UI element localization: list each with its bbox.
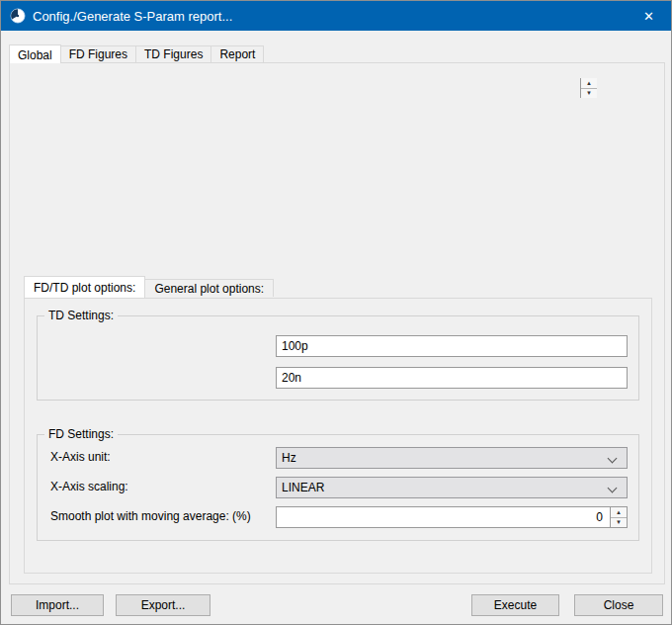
close-window-button[interactable]: ✕ — [627, 1, 671, 31]
chevron-down-icon — [608, 454, 618, 464]
export-button-label: Export... — [141, 598, 186, 612]
x-axis-scaling-value: LINEAR — [282, 481, 324, 494]
x-axis-scaling-label: X-Axis scaling: — [50, 480, 128, 494]
spin-down-icon[interactable]: ▼ — [611, 518, 627, 528]
x-axis-unit-label: X-Axis unit: — [50, 450, 111, 465]
smooth-plot-label: Smooth plot with moving average: (%) — [50, 509, 251, 524]
fd-settings-group-title: FD Settings: — [44, 427, 118, 441]
export-button[interactable]: Export... — [116, 594, 210, 616]
spin-up-icon[interactable]: ▲ — [611, 507, 627, 518]
tab-td-figures-label: TD Figures — [144, 47, 203, 61]
import-button[interactable]: Import... — [11, 594, 104, 616]
tab-td-figures[interactable]: TD Figures — [136, 45, 211, 62]
tab-fdtd-plot-options-label: FD/TD plot options: — [34, 281, 135, 295]
plot-options-tabstrip: FD/TD plot options: General plot options… — [24, 276, 274, 297]
tab-fd-figures-label: FD Figures — [69, 47, 127, 61]
default-step-rise-time-input[interactable] — [276, 335, 628, 357]
title-bar[interactable]: Config./Generate S-Param report... ✕ — [1, 1, 671, 31]
tab-fd-figures[interactable]: FD Figures — [61, 45, 136, 62]
main-tabstrip: Global FD Figures TD Figures Report — [9, 45, 264, 62]
spin-up-icon[interactable]: ▲ — [581, 78, 597, 89]
close-button[interactable]: Close — [574, 594, 663, 616]
tab-fdtd-plot-options[interactable]: FD/TD plot options: — [24, 276, 145, 298]
dialog-window: Config./Generate S-Param report... ✕ Glo… — [0, 0, 672, 625]
app-icon — [10, 8, 26, 24]
number-of-ports-spin-buttons: ▲ ▼ — [580, 78, 597, 98]
x-axis-scaling-select[interactable]: LINEAR — [276, 477, 628, 498]
smooth-plot-spin-buttons: ▲ ▼ — [610, 507, 627, 527]
tab-global[interactable]: Global — [9, 45, 61, 63]
x-axis-unit-select[interactable]: Hz — [276, 447, 628, 469]
tab-general-plot-options[interactable]: General plot options: — [145, 279, 274, 297]
td-settings-group-title: TD Settings: — [44, 309, 118, 322]
execute-button[interactable]: Execute — [471, 594, 559, 616]
smooth-plot-input[interactable] — [276, 506, 628, 528]
close-button-label: Close — [604, 598, 634, 612]
execute-button-label: Execute — [494, 598, 537, 612]
smooth-plot-spinner: ▲ ▼ — [276, 506, 628, 528]
spin-down-icon[interactable]: ▼ — [581, 89, 597, 99]
tab-global-label: Global — [18, 48, 52, 62]
tab-general-plot-options-label: General plot options: — [154, 282, 264, 296]
timing-window-duration-input[interactable] — [276, 367, 628, 389]
import-button-label: Import... — [36, 598, 79, 612]
x-axis-unit-value: Hz — [282, 451, 296, 465]
tab-report-label: Report — [219, 47, 255, 61]
window-title: Config./Generate S-Param report... — [33, 9, 232, 24]
chevron-down-icon — [608, 484, 618, 493]
tab-report[interactable]: Report — [211, 45, 264, 62]
close-icon: ✕ — [643, 9, 654, 24]
